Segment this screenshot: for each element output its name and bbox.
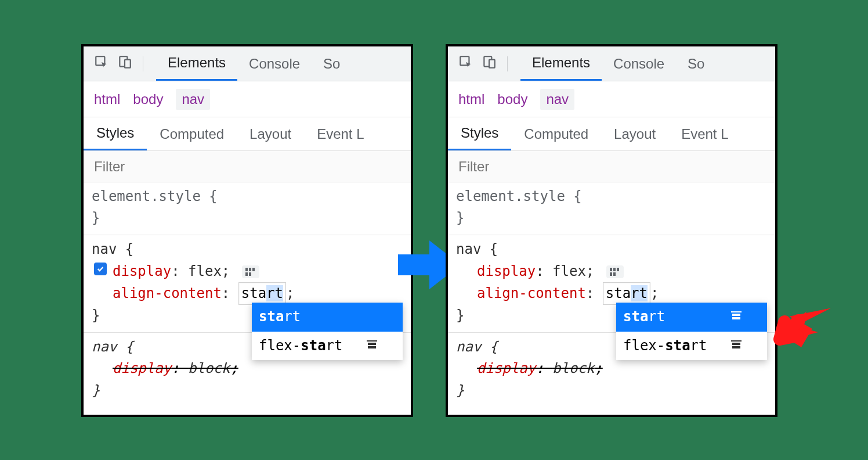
svg-rect-15	[613, 268, 616, 271]
breadcrumb-body[interactable]: body	[497, 91, 527, 107]
selector-nav-ua: nav {	[456, 336, 767, 358]
svg-rect-2	[125, 59, 131, 67]
subtab-events[interactable]: Event L	[304, 117, 377, 150]
prop-val-flex[interactable]: flex	[552, 263, 586, 279]
rule-nav[interactable]: nav { display: flex; align-content: star…	[448, 235, 775, 333]
prop-align-content[interactable]: align-content: start;	[456, 282, 767, 305]
rule-element-style[interactable]: element.style { }	[448, 182, 775, 235]
top-tab-bar: Elements Console So	[84, 46, 411, 81]
filter-row	[84, 151, 411, 182]
value-edit-box[interactable]: start	[603, 282, 650, 305]
selector-nav: nav {	[456, 239, 767, 260]
subtab-layout[interactable]: Layout	[601, 117, 668, 150]
prop-val-flex[interactable]: flex	[188, 263, 222, 279]
tab-elements[interactable]: Elements	[156, 46, 237, 81]
svg-rect-13	[489, 59, 495, 67]
prop-name-align-content[interactable]: align-content	[477, 285, 586, 301]
filter-input[interactable]	[457, 158, 766, 175]
filter-input[interactable]	[93, 158, 402, 175]
selector-element-style: element.style {	[456, 186, 767, 207]
value-edit-box[interactable]: start	[238, 282, 286, 305]
dom-breadcrumb: html body nav	[84, 81, 411, 117]
ac-option-start[interactable]: start	[252, 303, 403, 331]
devtools-panel-after: Elements Console So html body nav Styles…	[446, 44, 777, 417]
tab-console[interactable]: Console	[237, 46, 312, 81]
brace-close: }	[92, 380, 403, 401]
inspect-icon[interactable]	[458, 55, 473, 73]
breadcrumb-html[interactable]: html	[458, 91, 484, 107]
subtab-styles[interactable]: Styles	[448, 117, 511, 150]
divider	[143, 56, 143, 71]
styles-tab-bar: Styles Computed Layout Event L	[448, 117, 775, 151]
styles-tab-bar: Styles Computed Layout Event L	[84, 117, 411, 151]
svg-rect-14	[610, 268, 612, 271]
device-toggle-icon[interactable]	[117, 55, 132, 73]
tab-sources-partial[interactable]: So	[312, 46, 352, 81]
brace-close: }	[92, 207, 403, 229]
divider	[507, 56, 508, 71]
ac-option-start[interactable]: start	[616, 303, 767, 331]
rule-nav[interactable]: nav { display: flex; align-content: star…	[84, 235, 411, 333]
selector-nav-ua: nav {	[92, 336, 403, 358]
breadcrumb-html[interactable]: html	[94, 91, 120, 107]
flex-editor-icon[interactable]	[606, 265, 624, 278]
svg-rect-3	[245, 268, 248, 271]
svg-rect-5	[252, 268, 255, 271]
tab-elements[interactable]: Elements	[520, 46, 602, 81]
prop-name-display[interactable]: display	[477, 263, 536, 279]
svg-rect-21	[732, 317, 740, 319]
svg-rect-17	[610, 272, 612, 276]
selector-element-style: element.style {	[92, 186, 403, 207]
breadcrumb-body[interactable]: body	[133, 91, 163, 107]
subtab-layout[interactable]: Layout	[237, 117, 304, 150]
device-toggle-icon[interactable]	[482, 55, 497, 73]
brace-close: }	[456, 380, 767, 401]
devtools-panel-before: Elements Console So html body nav Styles…	[81, 44, 413, 417]
rule-element-style[interactable]: element.style { }	[84, 182, 411, 235]
filter-row	[448, 151, 775, 182]
svg-rect-19	[731, 311, 742, 312]
svg-rect-7	[249, 272, 251, 276]
subtab-styles[interactable]: Styles	[84, 117, 147, 150]
prop-display[interactable]: display: flex;	[456, 261, 767, 282]
selector-nav: nav {	[92, 239, 403, 260]
tab-console[interactable]: Console	[602, 46, 676, 81]
subtab-computed[interactable]: Computed	[147, 117, 237, 150]
rule-nav-useragent[interactable]: nav { display: block; }	[448, 333, 775, 407]
checkbox-icon[interactable]	[94, 263, 107, 275]
prop-align-content[interactable]: align-content: start;	[92, 282, 403, 305]
prop-display[interactable]: display: flex;	[92, 261, 403, 282]
prop-display-block: display: block;	[92, 358, 403, 379]
subtab-computed[interactable]: Computed	[511, 117, 601, 150]
brace-close: }	[456, 207, 767, 229]
prop-name-align-content[interactable]: align-content	[113, 285, 222, 301]
svg-rect-4	[249, 268, 251, 271]
callout-arrow-icon	[773, 294, 831, 352]
rule-nav-useragent[interactable]: nav { display: block; }	[84, 333, 411, 407]
prop-display-block: display: block;	[456, 358, 767, 379]
svg-rect-18	[613, 272, 616, 276]
breadcrumb-nav[interactable]: nav	[176, 89, 210, 110]
dom-breadcrumb: html body nav	[448, 81, 775, 117]
svg-rect-20	[732, 314, 740, 316]
align-content-start-icon	[730, 306, 743, 328]
top-tab-bar: Elements Console So	[448, 46, 775, 81]
svg-rect-6	[245, 272, 248, 276]
breadcrumb-nav[interactable]: nav	[540, 89, 574, 110]
svg-rect-16	[617, 268, 619, 271]
prop-name-display[interactable]: display	[113, 263, 171, 279]
flex-editor-icon[interactable]	[242, 265, 259, 278]
tab-sources-partial[interactable]: So	[676, 46, 716, 81]
inspect-icon[interactable]	[94, 55, 109, 73]
subtab-events[interactable]: Event L	[668, 117, 741, 150]
